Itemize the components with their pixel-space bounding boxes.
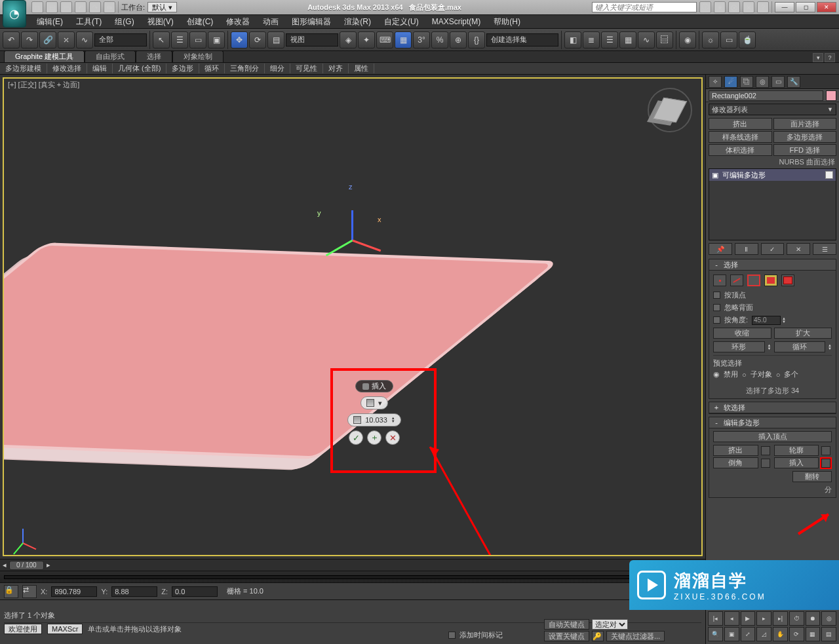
outline-button[interactable]: 轮廓 bbox=[774, 445, 819, 456]
redo-icon[interactable]: ↷ bbox=[21, 31, 38, 48]
named-selection-sets-dropdown[interactable]: 创建选择集 bbox=[486, 33, 558, 47]
remove-modifier-icon[interactable]: ✕ bbox=[787, 243, 810, 255]
add-time-tag[interactable]: 添加时间标记 bbox=[448, 630, 503, 640]
material-editor-icon[interactable]: ◉ bbox=[679, 31, 696, 48]
select-move-icon[interactable]: ✥ bbox=[231, 31, 248, 48]
coord-z-input[interactable] bbox=[172, 586, 218, 597]
window-minimize-button[interactable]: — bbox=[775, 2, 794, 12]
menu-group[interactable]: 组(G) bbox=[108, 16, 140, 28]
ribbon-tab-graphite[interactable]: Graphite 建模工具 bbox=[4, 50, 85, 62]
preview-subobj-radio[interactable]: ○ bbox=[742, 371, 747, 379]
tab-modify-icon[interactable]: ☄ bbox=[724, 76, 737, 88]
extrude-button[interactable]: 挤出 bbox=[713, 445, 758, 456]
so-element-icon[interactable] bbox=[781, 275, 794, 286]
select-object-icon[interactable]: ↖ bbox=[153, 31, 170, 48]
abs-rel-icon[interactable]: ⇄ bbox=[22, 585, 37, 598]
qat-undo-icon[interactable]: ↶ bbox=[75, 1, 87, 13]
selected-set-dropdown[interactable]: 选定对 bbox=[592, 619, 628, 630]
zoom-icon[interactable]: 🔍 bbox=[708, 627, 723, 641]
select-rotate-icon[interactable]: ⟳ bbox=[249, 31, 266, 48]
so-border-icon[interactable] bbox=[747, 275, 760, 286]
insert-vertex-button[interactable]: 插入顶点 bbox=[713, 431, 832, 442]
modifier-list-dropdown[interactable]: 修改器列表▼ bbox=[709, 104, 836, 115]
grow-button[interactable]: 扩大 bbox=[774, 328, 832, 339]
menu-help[interactable]: 帮助(H) bbox=[487, 16, 527, 28]
ring-button[interactable]: 环形 bbox=[713, 341, 765, 352]
pan-icon[interactable]: ✋ bbox=[773, 627, 788, 641]
selection-filter-dropdown[interactable]: 全部 bbox=[94, 33, 147, 47]
menu-views[interactable]: 视图(V) bbox=[141, 16, 180, 28]
qat-save-icon[interactable]: ▭ bbox=[60, 1, 72, 13]
bevel-settings-icon[interactable] bbox=[761, 459, 770, 468]
autokey-button[interactable]: 自动关键点 bbox=[544, 619, 589, 630]
set-polysel-button[interactable]: 多边形选择 bbox=[773, 131, 837, 143]
set-volsel-button[interactable]: 体积选择 bbox=[709, 144, 772, 156]
align-icon[interactable]: ≣ bbox=[583, 31, 600, 48]
so-vertex-icon[interactable] bbox=[713, 275, 726, 286]
render-setup-icon[interactable]: ☼ bbox=[702, 31, 719, 48]
ribbon-tab-freeform[interactable]: 自由形式 bbox=[85, 50, 136, 62]
nurbs-sel-label[interactable]: NURBS 曲面选择 bbox=[706, 157, 839, 167]
key-mode-icon[interactable]: ⏺ bbox=[806, 611, 821, 626]
ignore-backfacing-checkbox[interactable] bbox=[713, 304, 720, 311]
by-vertex-checkbox[interactable] bbox=[713, 292, 720, 299]
key-icon[interactable]: 🔑 bbox=[592, 631, 604, 641]
set-patchsel-button[interactable]: 面片选择 bbox=[773, 118, 837, 130]
pin-stack-icon[interactable]: 📌 bbox=[709, 243, 732, 255]
tab-motion-icon[interactable]: ◎ bbox=[756, 76, 769, 88]
use-pivot-center-icon[interactable]: ◈ bbox=[340, 31, 357, 48]
ribbon-group[interactable]: 属性 bbox=[349, 64, 374, 73]
tab-display-icon[interactable]: ▭ bbox=[771, 76, 785, 88]
render-production-icon[interactable]: 🍵 bbox=[739, 31, 756, 48]
workspace-dropdown[interactable]: 默认 ▾ bbox=[147, 2, 177, 12]
set-splinesel-button[interactable]: 样条线选择 bbox=[709, 131, 772, 143]
percent-snap-icon[interactable]: % bbox=[431, 31, 448, 48]
maxscript-listener-tag[interactable]: MAXScr bbox=[47, 624, 83, 634]
infocenter-icon[interactable]: ⓘ bbox=[699, 1, 711, 13]
inset-settings-icon[interactable] bbox=[821, 459, 830, 468]
spinner-snap-icon[interactable]: ⊕ bbox=[450, 31, 467, 48]
keyboard-shortcut-icon[interactable]: ⌨ bbox=[376, 31, 393, 48]
exchange-icon[interactable]: ✕ bbox=[743, 1, 754, 13]
show-end-result-icon[interactable]: Ⅱ bbox=[735, 243, 758, 255]
rollup-editpoly-header[interactable]: -编辑多边形 bbox=[709, 417, 836, 428]
ribbon-group[interactable]: 循环 bbox=[199, 64, 225, 73]
menu-create[interactable]: 创建(C) bbox=[180, 16, 220, 28]
walkthrough-icon[interactable]: ▤ bbox=[821, 627, 836, 641]
tab-hierarchy-icon[interactable]: ⿻ bbox=[740, 76, 753, 88]
window-maximize-button[interactable]: ◻ bbox=[796, 2, 815, 12]
menu-modifiers[interactable]: 修改器 bbox=[220, 16, 256, 28]
by-angle-checkbox[interactable] bbox=[713, 316, 720, 324]
tab-create-icon[interactable]: ✧ bbox=[709, 76, 722, 88]
viewcube[interactable] bbox=[650, 90, 690, 130]
qat-new-icon[interactable]: □ bbox=[31, 1, 43, 13]
by-angle-input[interactable] bbox=[752, 316, 781, 325]
qat-redo-icon[interactable]: ↷ bbox=[89, 1, 101, 13]
snaps-toggle-icon[interactable]: ▦ bbox=[395, 31, 412, 48]
ribbon-group[interactable]: 可见性 bbox=[290, 64, 323, 73]
graphite-toggle-icon[interactable]: ▦ bbox=[619, 31, 636, 48]
coord-x-input[interactable] bbox=[51, 586, 97, 597]
key-filters-button[interactable]: 关键点过滤器... bbox=[606, 631, 665, 641]
curve-editor-icon[interactable]: ∿ bbox=[638, 31, 655, 48]
bevel-button[interactable]: 倒角 bbox=[713, 457, 758, 468]
menu-maxscript[interactable]: MAXScript(M) bbox=[425, 17, 488, 26]
goto-end-icon[interactable]: ▸| bbox=[773, 611, 788, 626]
time-slider-handle[interactable]: 0 / 100 bbox=[9, 561, 44, 570]
unlink-icon[interactable]: ⤫ bbox=[58, 31, 75, 48]
menu-edit[interactable]: 编辑(E) bbox=[30, 16, 69, 28]
ribbon-tab-selection[interactable]: 选择 bbox=[136, 50, 172, 62]
select-by-name-icon[interactable]: ☰ bbox=[171, 31, 188, 48]
ribbon-group[interactable]: 三角剖分 bbox=[225, 64, 265, 73]
viewport-label[interactable]: [+] [正交] [真实 + 边面] bbox=[8, 80, 79, 90]
window-close-button[interactable]: ✕ bbox=[817, 2, 836, 12]
goto-start-icon[interactable]: |◂ bbox=[708, 611, 723, 626]
menu-customize[interactable]: 自定义(U) bbox=[378, 16, 425, 28]
rect-region-icon[interactable]: ▭ bbox=[189, 31, 206, 48]
qat-link-icon[interactable]: ⇆ bbox=[104, 1, 115, 13]
tab-utilities-icon[interactable]: 🔧 bbox=[787, 76, 800, 88]
set-ffdsel-button[interactable]: FFD 选择 bbox=[773, 144, 837, 156]
menu-animation[interactable]: 动画 bbox=[256, 16, 285, 28]
next-frame-icon[interactable]: ▸ bbox=[756, 611, 771, 626]
ribbon-group[interactable]: 几何体 (全部) bbox=[113, 64, 166, 73]
